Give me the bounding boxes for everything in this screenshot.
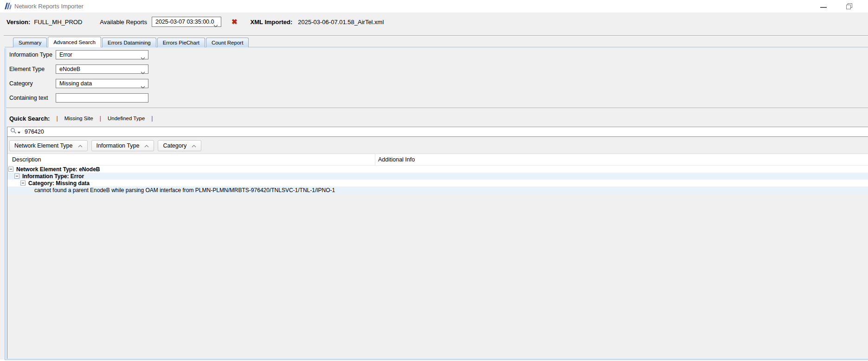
category-label: Category — [9, 80, 56, 87]
category-dropdown[interactable]: Missing data — [56, 79, 148, 88]
chevron-down-icon — [141, 54, 145, 62]
collapse-icon[interactable] — [20, 180, 26, 186]
containing-text-input[interactable] — [56, 93, 148, 103]
group-by-bar: Network Element Type Information Type Ca… — [9, 140, 201, 151]
quick-search-missing-site[interactable]: Missing Site — [64, 116, 93, 121]
minimize-button[interactable] — [820, 7, 827, 8]
app-window: Network Reports Importer Version: FULL_M… — [0, 0, 868, 361]
containing-text-label: Containing text — [9, 95, 56, 101]
element-type-label: Element Type — [9, 66, 56, 72]
tree-row-network-element-type[interactable]: Network Element Type: eNodeB — [7, 166, 868, 173]
form-row-information-type: Information Type Error — [9, 50, 148, 59]
chevron-down-icon — [213, 21, 218, 30]
tree-row-information-type[interactable]: Information Type: Error — [7, 173, 868, 180]
tab-summary[interactable]: Summary — [13, 38, 47, 47]
titlebar: Network Reports Importer — [0, 0, 868, 13]
column-header-additional-info[interactable]: Additional Info — [375, 154, 415, 166]
tab-errors-piechart[interactable]: Errors PieChart — [157, 38, 205, 47]
form-row-category: Category Missing data — [9, 79, 148, 88]
group-chip-network-element-type[interactable]: Network Element Type — [9, 140, 88, 151]
group-chip-information-type[interactable]: Information Type — [91, 140, 154, 151]
table-header-row: Description Additional Info — [7, 154, 868, 166]
separator: | — [56, 115, 58, 122]
available-reports-label: Available Reports — [100, 19, 147, 26]
quick-search-input[interactable] — [24, 128, 304, 135]
quick-search-undefined-type[interactable]: Undefined Type — [108, 116, 145, 121]
chevron-up-icon — [192, 142, 196, 149]
form-row-containing-text: Containing text — [9, 93, 148, 103]
version-label: Version: — [6, 19, 30, 26]
chevron-up-icon — [78, 142, 83, 149]
xml-imported-label: XML Imported: — [251, 19, 293, 26]
information-type-label: Information Type — [9, 52, 56, 58]
tab-count-report[interactable]: Count Report — [206, 38, 249, 47]
app-logo-icon — [4, 2, 12, 12]
toolbar-divider — [4, 35, 868, 36]
collapse-icon[interactable] — [8, 167, 13, 172]
available-reports-dropdown[interactable]: 2025-03-07 03:35:00.0 — [152, 17, 221, 27]
xml-imported-value: 2025-03-06-07.01.58_AirTel.xml — [298, 19, 384, 26]
search-options-caret-icon[interactable] — [18, 132, 20, 134]
tree-row-error-detail[interactable]: cannot found a parent EnodeB while parsi… — [7, 187, 868, 193]
results-tree: Network Element Type: eNodeB Information… — [7, 166, 868, 193]
element-type-dropdown[interactable]: eNodeB — [56, 64, 148, 74]
tab-bar: Summary Advanced Search Errors Dataminin… — [13, 37, 250, 47]
chevron-up-icon — [144, 142, 149, 149]
form-divider — [6, 108, 868, 108]
tree-row-category[interactable]: Category: Missing data — [7, 180, 868, 187]
search-bar — [7, 127, 868, 137]
tab-advanced-search[interactable]: Advanced Search — [48, 37, 101, 47]
information-type-dropdown[interactable]: Error — [56, 50, 148, 59]
quick-search-label: Quick Search: — [9, 115, 50, 122]
group-chip-category[interactable]: Category — [158, 140, 201, 151]
form-row-element-type: Element Type eNodeB — [9, 64, 148, 74]
quick-search-row: Quick Search: | Missing Site | Undefined… — [9, 114, 160, 122]
search-icon — [10, 128, 17, 136]
collapse-icon[interactable] — [14, 174, 19, 179]
restore-button[interactable] — [846, 3, 853, 9]
delete-report-button[interactable]: ✖ — [231, 18, 238, 26]
tab-errors-datamining[interactable]: Errors Datamining — [102, 38, 156, 47]
column-header-description[interactable]: Description — [12, 154, 41, 166]
separator: | — [100, 115, 101, 122]
report-toolbar: Version: FULL_MH_PROD Available Reports … — [6, 14, 384, 30]
available-reports-selected: 2025-03-07 03:35:00.0 — [155, 19, 214, 25]
chevron-down-icon — [141, 83, 145, 91]
window-title: Network Reports Importer — [14, 0, 84, 13]
separator: | — [151, 115, 153, 122]
version-value: FULL_MH_PROD — [34, 19, 82, 26]
chevron-down-icon — [141, 68, 145, 77]
